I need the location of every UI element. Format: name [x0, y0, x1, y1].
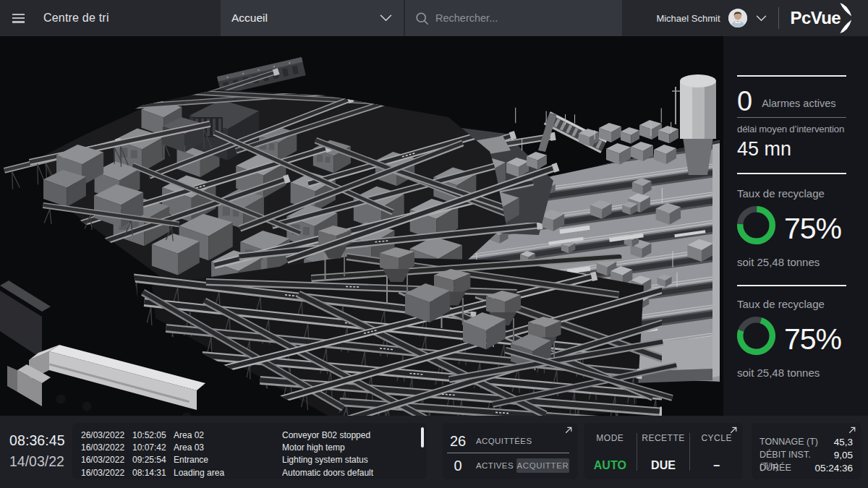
alarm-row[interactable]: 16/03/202210:07:42Area 03Motor high temp	[81, 441, 417, 453]
active-alarms-kpi: 0 Alarmes actives	[737, 87, 847, 115]
tonnage-label: TONNAGE (T)	[760, 437, 818, 450]
app-title: Centre de tri	[43, 12, 109, 25]
active-alarms-count: 0	[737, 87, 752, 115]
header-divider	[778, 7, 779, 29]
mode-value: AUTO	[584, 459, 637, 472]
alarm-list-scrollbar[interactable]	[421, 427, 424, 448]
divider	[737, 173, 846, 174]
search-placeholder: Rechercher...	[435, 12, 498, 24]
recette-value: DUE	[637, 459, 690, 472]
alarm-cell-msg: Automatic doors default	[282, 466, 417, 479]
mode-col-cycle: CYCLE –	[689, 433, 743, 471]
pcvue-logo: PcVue	[791, 3, 852, 33]
mode-col-mode: MODE AUTO	[584, 433, 637, 479]
recycle-subtitle-1: soit 25,48 tonnes	[737, 256, 847, 268]
acknowledged-count: 26	[447, 433, 469, 450]
alarm-cell-date: 16/03/2022	[81, 441, 132, 453]
divider-thin	[737, 117, 846, 118]
mode-col-recette: RECETTE DUE	[637, 433, 690, 471]
page-selector[interactable]: Accueil	[221, 0, 404, 36]
alarm-cell-time: 08:14:31	[132, 466, 174, 479]
main-view: 0 Alarmes actives délai moyen d’interven…	[0, 36, 868, 416]
alarm-cell-date: 16/03/2022	[81, 454, 132, 466]
chevron-down-icon	[380, 14, 392, 22]
debit-value: 9,05	[834, 450, 853, 463]
alarm-row[interactable]: 26/03/202210:52:05Area 02Conveyor B02 st…	[81, 429, 417, 441]
duree-label: DURÉE	[760, 463, 791, 476]
recycle-donut-1	[737, 206, 775, 244]
mode-panel[interactable]: MODE AUTO RECETTE DUE CYCLE –	[584, 423, 743, 479]
active-count: 0	[447, 458, 469, 474]
alarm-row[interactable]: 16/03/202209:25:54EntranceLighting syste…	[81, 454, 417, 466]
duree-row: DURÉE 05:24:36	[760, 463, 853, 476]
debit-row: DÉBIT INST. (T/h) 9,05	[760, 450, 853, 463]
divider	[737, 75, 846, 77]
bottom-bar: 08:36:45 14/03/22 26/03/202210:52:05Area…	[0, 416, 868, 488]
alarm-cell-msg: Lighting system status	[282, 454, 417, 466]
user-avatar[interactable]	[728, 9, 747, 27]
alarm-counts-panel[interactable]: 26 ACQUITTÉES 0 ACTIVES ACQUITTER	[443, 423, 578, 479]
acknowledge-button[interactable]: ACQUITTER	[516, 458, 569, 473]
delay-label: délai moyen d’intervention	[737, 124, 847, 134]
alarm-cell-time: 10:07:42	[132, 441, 174, 453]
tonnage-row: TONNAGE (T) 45,3	[760, 437, 853, 450]
search-box[interactable]: Rechercher...	[405, 0, 622, 36]
cycle-label: CYCLE	[690, 433, 743, 443]
kpi-sidebar: 0 Alarmes actives délai moyen d’interven…	[723, 36, 868, 416]
clock-date: 14/03/22	[9, 453, 71, 470]
hamburger-menu-icon[interactable]	[12, 14, 25, 23]
mode-label: MODE	[584, 433, 637, 443]
delay-value: 45 mn	[737, 138, 847, 160]
page-selector-value: Accueil	[231, 12, 268, 25]
expand-icon[interactable]	[848, 427, 856, 434]
acknowledged-label: ACQUITTÉES	[476, 437, 532, 445]
alarm-cell-area: Entrance	[174, 454, 282, 466]
plant-3d-view[interactable]	[0, 36, 723, 416]
recycle-kpi-1: 75%	[737, 206, 847, 244]
header-right: Michael Schmit PcVue	[622, 0, 868, 36]
duree-value: 05:24:36	[814, 463, 853, 476]
top-bar: Centre de tri Accueil Rechercher... Mich…	[0, 0, 868, 36]
search-icon	[415, 12, 429, 25]
alarm-cell-msg: Motor high temp	[282, 441, 417, 453]
alarm-table: 26/03/202210:52:05Area 02Conveyor B02 st…	[81, 429, 417, 479]
alarm-cell-area: Area 03	[174, 441, 282, 453]
pcvue-scada-app: Centre de tri Accueil Rechercher... Mich…	[0, 0, 868, 488]
recycle-percent-1: 75%	[784, 212, 841, 246]
pcvue-logo-mark	[840, 3, 852, 33]
expand-icon[interactable]	[565, 427, 572, 434]
recycle-percent-2: 75%	[784, 322, 841, 356]
recycle-kpi-2: 75%	[737, 317, 847, 355]
tonnage-value: 45,3	[834, 437, 853, 450]
alarm-cell-date: 16/03/2022	[81, 466, 132, 479]
recycle-donut-2	[737, 317, 775, 355]
alarm-cell-area: Loading area	[174, 466, 282, 479]
counts-divider	[447, 453, 569, 453]
pcvue-logo-text: PcVue	[791, 8, 841, 28]
alarm-row[interactable]: 16/03/202208:14:31Loading areaAutomatic …	[81, 466, 417, 479]
clock: 08:36:45 14/03/22	[9, 432, 71, 470]
divider	[737, 285, 846, 286]
recycle-title-2: Taux de recyclage	[737, 298, 847, 310]
recycle-subtitle-2: soit 25,48 tonnes	[737, 367, 847, 379]
alarm-list-panel[interactable]: 26/03/202210:52:05Area 02Conveyor B02 st…	[72, 423, 427, 479]
active-alarms-label: Alarmes actives	[762, 98, 835, 109]
cycle-value: –	[690, 459, 743, 472]
alarm-cell-msg: Conveyor B02 stopped	[282, 429, 417, 441]
user-name: Michael Schmit	[656, 13, 720, 24]
user-chevron-down-icon[interactable]	[756, 15, 767, 22]
alarm-cell-time: 09:25:54	[132, 454, 174, 466]
clock-time: 08:36:45	[9, 432, 71, 449]
active-label: ACTIVES	[476, 461, 514, 470]
alarm-cell-area: Area 02	[174, 429, 282, 441]
recycle-title-1: Taux de recyclage	[737, 187, 847, 200]
alarm-cell-date: 26/03/2022	[81, 429, 132, 441]
recette-label: RECETTE	[637, 433, 690, 443]
alarm-cell-time: 10:52:05	[132, 429, 174, 441]
tonnage-panel[interactable]: TONNAGE (T) 45,3 DÉBIT INST. (T/h) 9,05 …	[752, 423, 861, 479]
header-left: Centre de tri	[0, 0, 221, 36]
